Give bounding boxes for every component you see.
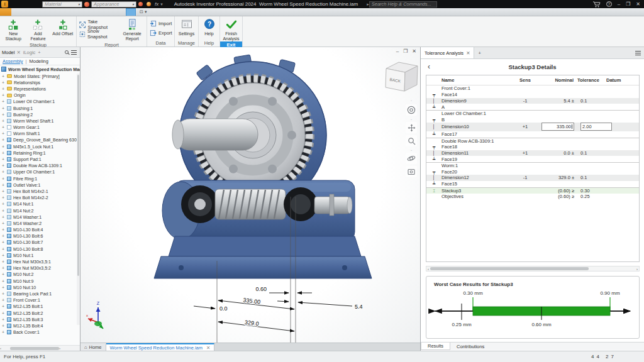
- tree-item[interactable]: + M10 Nut:9: [1, 278, 80, 284]
- expand-icon[interactable]: +: [1, 272, 5, 277]
- row-nominal[interactable]: (0.60) ≥: [558, 188, 574, 194]
- expand-icon[interactable]: +: [1, 330, 5, 334]
- orbit-icon[interactable]: [406, 153, 417, 164]
- table-row[interactable]: Objectives (0.60) ≥ 0.25: [426, 194, 639, 200]
- tree-item[interactable]: + Representations: [1, 85, 80, 92]
- row-nominal[interactable]: 5.4 ±: [564, 98, 574, 104]
- row-tolerance[interactable]: 0.1: [580, 175, 587, 180]
- expand-icon[interactable]: +: [1, 253, 5, 258]
- col-sens[interactable]: Sens: [512, 77, 538, 83]
- menu-tab[interactable]: [0, 8, 11, 16]
- row-tolerance[interactable]: 2.00: [580, 123, 612, 131]
- menu-tab[interactable]: [99, 8, 108, 16]
- generate-report-button[interactable]: Generate Report: [119, 17, 145, 41]
- subtab-modeling[interactable]: Modeling: [29, 58, 48, 64]
- group-label[interactable]: Manage: [175, 40, 198, 47]
- tab-contributions[interactable]: Contributions: [450, 343, 491, 350]
- viewport-restore-button[interactable]: ❐: [403, 48, 408, 54]
- table-row[interactable]: Worm:1: [426, 162, 639, 168]
- tree-item[interactable]: + Deep_Groove_Ball_Bearing 6309:1: [1, 137, 80, 143]
- viewport-close-button[interactable]: ✕: [412, 48, 416, 54]
- col-name[interactable]: Name: [441, 77, 512, 83]
- col-datum[interactable]: Datum: [606, 77, 639, 83]
- browser-horizontal-scrollbar[interactable]: ‹›: [0, 345, 80, 351]
- row-nominal[interactable]: 0.0 ±: [564, 150, 574, 156]
- expand-icon[interactable]: +: [1, 195, 5, 200]
- model-canvas[interactable]: 0.60 335.00 0.0 5.4 329.0 BACK Z: [80, 47, 420, 343]
- tree-item[interactable]: + Hex Nut M30x3,5:2: [1, 265, 80, 272]
- tree-item[interactable]: + Back Cover:1: [1, 329, 80, 336]
- expand-icon[interactable]: +: [1, 106, 5, 111]
- expand-icon[interactable]: +: [1, 304, 5, 309]
- expand-icon[interactable]: +: [1, 228, 5, 232]
- menu-tab[interactable]: [38, 8, 47, 16]
- group-label[interactable]: Data: [147, 40, 174, 47]
- zoom-icon[interactable]: [406, 135, 417, 146]
- expand-icon[interactable]: +: [1, 87, 5, 91]
- row-nominal[interactable]: 335.00: [541, 123, 574, 131]
- tree-item[interactable]: + M10-L30 Bolt:8: [1, 246, 80, 252]
- add-offset-button[interactable]: Add Offset: [51, 17, 75, 41]
- view-cube[interactable]: BACK: [386, 62, 418, 91]
- adjust-color-icon[interactable]: [147, 2, 151, 6]
- menu-tab[interactable]: [55, 8, 64, 16]
- col-nominal[interactable]: Nominal: [538, 77, 577, 83]
- tree-item[interactable]: + Origin: [1, 92, 80, 99]
- 3d-viewport[interactable]: – ❐ ✕: [80, 47, 420, 351]
- row-tolerance[interactable]: 0.30: [580, 188, 590, 194]
- tree-item[interactable]: + Relationships: [1, 79, 80, 85]
- expand-icon[interactable]: +: [1, 260, 5, 264]
- expand-icon[interactable]: +: [1, 112, 5, 117]
- expand-icon[interactable]: +: [1, 177, 5, 181]
- tree-item[interactable]: + Upper Oil Chamber:1: [1, 169, 80, 175]
- expand-icon[interactable]: +: [1, 209, 5, 213]
- active-doc-tab[interactable]: Worm Wheel Speed Reduction Machine.iam ✕: [106, 343, 215, 351]
- expand-icon[interactable]: +: [1, 157, 5, 162]
- menu-tab[interactable]: [126, 8, 136, 16]
- help-icon[interactable]: ?: [606, 1, 612, 7]
- tree-item[interactable]: + Lower Oil Chamber:1: [1, 99, 80, 105]
- navigation-wheel-icon[interactable]: [406, 104, 417, 116]
- appearance-dropdown[interactable]: Appearance▾: [91, 1, 136, 8]
- expand-icon[interactable]: +: [1, 183, 5, 187]
- tree-item[interactable]: + M12-L35 Bolt:2: [1, 310, 80, 316]
- expand-icon[interactable]: +: [1, 99, 5, 104]
- col-tolerance[interactable]: Tolerance: [577, 77, 606, 83]
- tree-item[interactable]: + M10-L30 Bolt:4: [1, 227, 80, 233]
- tree-item[interactable]: + M14 Nut:2: [1, 207, 80, 214]
- wheel-shaft[interactable]: [172, 119, 258, 150]
- row-tolerance[interactable]: 0.1: [580, 150, 587, 156]
- browser-menu-icon[interactable]: [71, 50, 77, 55]
- tree-item[interactable]: + M10 Nut:2: [1, 272, 80, 278]
- tree-item[interactable]: + Bushing:1: [1, 105, 80, 111]
- expand-icon[interactable]: +: [1, 324, 5, 328]
- table-row[interactable]: Lower Oil Chamber:1: [426, 110, 639, 116]
- tree-item[interactable]: + Fibre Ring:1: [1, 175, 80, 182]
- tree-item[interactable]: + M12-L35 Bolt:3: [1, 316, 80, 322]
- table-horizontal-scrollbar[interactable]: ‹›: [426, 266, 640, 272]
- restore-button[interactable]: ❐: [626, 1, 630, 7]
- table-row[interactable]: │ Dimension10 +1 335.00 2.00: [426, 123, 639, 131]
- expand-icon[interactable]: +: [1, 202, 5, 206]
- appearance-swatch-icon[interactable]: [84, 2, 89, 7]
- expand-icon[interactable]: +: [1, 163, 5, 168]
- menu-tab[interactable]: [108, 8, 117, 16]
- add-panel-tab-button[interactable]: +: [474, 47, 484, 58]
- add-panel-button[interactable]: +: [38, 50, 40, 55]
- table-row[interactable]: ⌶ Stackup3 (0.60) ≥ 0.30: [426, 187, 639, 194]
- show-snapshot-button[interactable]: Show Snapshot: [79, 30, 117, 38]
- table-row[interactable]: │ Dimension9 -1 5.4 ± 0.1: [426, 98, 639, 104]
- close-button[interactable]: ✕: [636, 1, 640, 7]
- expand-icon[interactable]: +: [1, 93, 5, 97]
- menu-tab[interactable]: [47, 8, 55, 16]
- search-icon[interactable]: [65, 50, 69, 54]
- expand-icon[interactable]: +: [1, 279, 5, 283]
- tree-item[interactable]: + Double Row ACB-1309:1: [1, 163, 80, 169]
- new-stackup-button[interactable]: New Stackup: [1, 17, 25, 41]
- tree-item[interactable]: + Worm Gear:1: [1, 124, 80, 131]
- expand-icon[interactable]: +: [1, 151, 5, 155]
- expand-icon[interactable]: +: [1, 311, 5, 315]
- scroll-right-icon[interactable]: ›: [636, 267, 638, 271]
- expand-icon[interactable]: +: [1, 234, 5, 238]
- settings-button[interactable]: Settings: [176, 17, 197, 40]
